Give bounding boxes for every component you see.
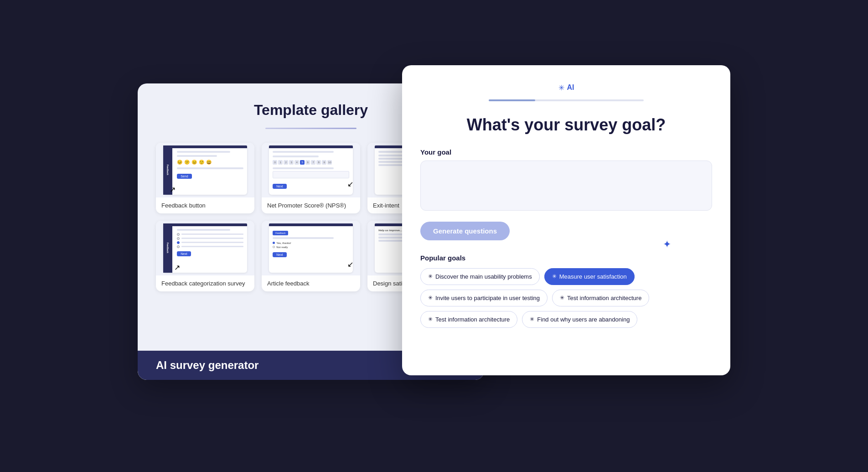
ai-goal-chip-measure-satisfaction[interactable]: ✳Measure user satisfaction [544, 268, 635, 285]
ai-goal-chip-invite-users[interactable]: ✳Invite users to participate in user tes… [420, 290, 548, 306]
ai-generate-button[interactable]: Generate questions [420, 222, 510, 240]
chip-label-test-ia-2: Test information architecture [435, 316, 510, 323]
chip-icon-usability: ✳ [428, 273, 433, 280]
ai-label-text: AI [567, 83, 574, 92]
template-label-feedback: Feedback button [156, 197, 254, 213]
template-label-categorization: Feedback categorization survey [156, 275, 254, 291]
chip-icon-invite-users: ✳ [428, 295, 433, 301]
ai-goal-input[interactable] [420, 161, 712, 211]
ai-goal-chip-test-ia-2[interactable]: ✳Test information architecture [420, 311, 517, 328]
template-label-nps: Net Promoter Score® (NPS®) [262, 197, 360, 213]
ai-main-title: What's your survey goal? [420, 115, 712, 135]
template-item-feedback[interactable]: Feedback 😣 😕 😐 🙂 😄 [156, 143, 254, 213]
template-item-categorization[interactable]: Feedback [156, 221, 254, 291]
chip-icon-abandoning: ✳ [530, 316, 534, 322]
sparkle-decoration: ✦ [663, 239, 671, 250]
ai-goal-chip-abandoning[interactable]: ✳Find out why users are abandoning [522, 311, 637, 328]
template-label-article: Article feedback [262, 275, 360, 291]
ai-label-row: ✳ AI [420, 83, 712, 92]
ai-sparkle-icon: ✳ [558, 83, 564, 92]
chip-icon-test-ia-2: ✳ [428, 316, 433, 322]
ai-progress-bar [489, 99, 644, 101]
ai-goal-section-label: Your goal [420, 148, 712, 156]
template-item-nps[interactable]: 0 1 2 3 4 5 6 7 8 9 10 [262, 143, 360, 213]
chip-icon-test-ia-1: ✳ [560, 295, 564, 301]
ai-progress-fill [489, 99, 535, 101]
template-preview-categorization: Feedback [156, 221, 254, 275]
ai-goal-card: ✳ AI What's your survey goal? Your goal … [402, 65, 730, 375]
chip-label-abandoning: Find out why users are abandoning [537, 316, 630, 323]
chip-label-usability: Discover the main usability problems [435, 273, 532, 280]
chip-label-invite-users: Invite users to participate in user test… [435, 295, 540, 301]
chip-icon-measure-satisfaction: ✳ [552, 273, 557, 280]
gallery-divider [265, 128, 356, 129]
ai-goals-grid: ✳Discover the main usability problems✳Me… [420, 268, 712, 328]
template-preview-feedback: Feedback 😣 😕 😐 🙂 😄 [156, 143, 254, 197]
chip-label-measure-satisfaction: Measure user satisfaction [559, 273, 627, 280]
ai-goal-chip-test-ia-1[interactable]: ✳Test information architecture [552, 290, 649, 306]
ai-banner-label: AI survey generator [156, 359, 258, 371]
template-preview-article: Feedback Yes, thanks! Not really Next ↙ [262, 221, 360, 275]
template-preview-nps: 0 1 2 3 4 5 6 7 8 9 10 [262, 143, 360, 197]
ai-goal-chip-usability[interactable]: ✳Discover the main usability problems [420, 268, 540, 285]
chip-label-test-ia-1: Test information architecture [567, 295, 641, 301]
ai-popular-goals-label: Popular goals [420, 254, 712, 262]
template-item-article[interactable]: Feedback Yes, thanks! Not really Next ↙ [262, 221, 360, 291]
